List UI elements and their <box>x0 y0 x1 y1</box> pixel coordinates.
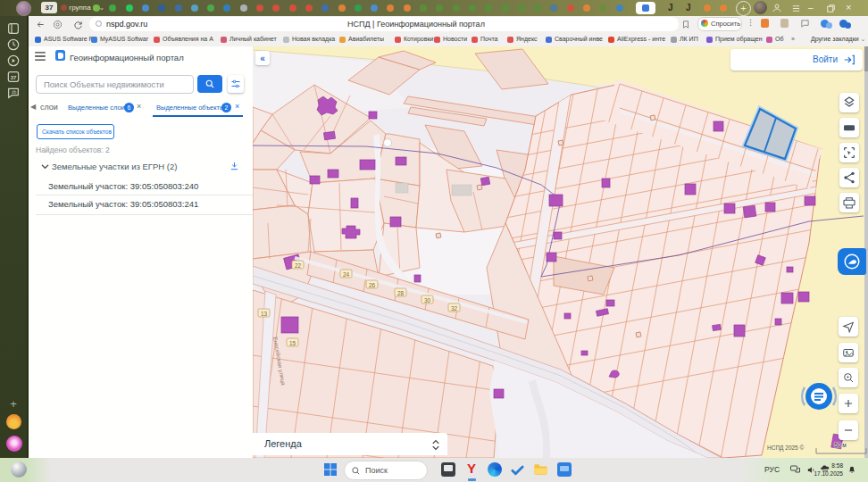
svg-text:28: 28 <box>397 290 405 296</box>
svg-text:«: « <box>260 54 265 63</box>
svg-text:13: 13 <box>261 311 268 317</box>
svg-text:db: db <box>12 90 17 95</box>
svg-text:37: 37 <box>11 75 17 80</box>
svg-text:15: 15 <box>289 340 296 346</box>
svg-text:22: 22 <box>295 262 302 269</box>
svg-text:30: 30 <box>424 297 431 303</box>
svg-text:32: 32 <box>451 305 458 312</box>
svg-text:26: 26 <box>369 282 376 288</box>
svg-text:24: 24 <box>343 271 350 278</box>
